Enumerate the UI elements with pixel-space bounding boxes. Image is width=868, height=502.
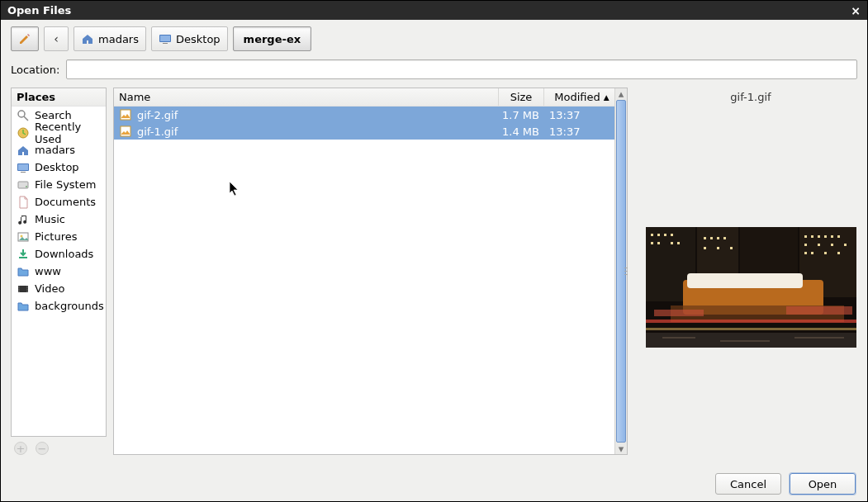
doc-icon xyxy=(17,196,30,209)
scroll-up-icon[interactable]: ▴ xyxy=(615,88,627,99)
svg-rect-42 xyxy=(710,237,713,239)
places-item[interactable]: Recently Used xyxy=(12,124,106,141)
places-item-label: Documents xyxy=(35,196,96,208)
svg-rect-27 xyxy=(624,274,628,275)
breadcrumb-desktop[interactable]: Desktop xyxy=(151,26,228,51)
svg-rect-58 xyxy=(804,252,807,254)
edit-path-button[interactable] xyxy=(11,26,39,51)
svg-rect-35 xyxy=(664,234,666,236)
places-item[interactable]: www xyxy=(12,263,106,280)
places-item-label: Recently Used xyxy=(35,121,101,145)
svg-rect-34 xyxy=(657,234,660,236)
folder-icon xyxy=(17,265,30,278)
svg-rect-65 xyxy=(646,320,856,323)
svg-rect-68 xyxy=(786,306,852,315)
preview-filename: gif-1.gif xyxy=(730,91,771,103)
search-icon xyxy=(17,109,30,122)
svg-rect-66 xyxy=(646,328,856,330)
places-item[interactable]: backgrounds xyxy=(12,297,106,315)
file-name: gif-1.gif xyxy=(137,126,178,138)
places-item[interactable]: File System xyxy=(12,176,106,193)
panel-resize-grip[interactable] xyxy=(624,259,628,284)
places-item-label: Downloads xyxy=(35,248,93,260)
pictures-icon xyxy=(17,230,30,244)
places-item-label: Video xyxy=(35,282,64,295)
svg-rect-52 xyxy=(831,235,833,238)
svg-rect-57 xyxy=(844,244,847,246)
recent-icon xyxy=(17,126,30,140)
places-item[interactable]: Documents xyxy=(12,193,106,211)
svg-rect-45 xyxy=(704,247,706,249)
file-row[interactable]: gif-1.gif 1.4 MB 13:37 xyxy=(114,123,614,140)
desktop-icon xyxy=(17,161,30,174)
open-button[interactable]: Open xyxy=(790,473,856,495)
location-input[interactable] xyxy=(66,59,857,79)
svg-point-10 xyxy=(26,186,27,187)
home-icon xyxy=(81,32,94,45)
breadcrumb-madars[interactable]: madars xyxy=(74,26,146,51)
chevron-left-icon: ‹ xyxy=(54,32,59,45)
svg-rect-48 xyxy=(804,235,807,238)
svg-rect-17 xyxy=(19,287,20,287)
svg-rect-20 xyxy=(27,287,28,287)
svg-rect-51 xyxy=(824,235,827,238)
sort-asc-icon: ▲ xyxy=(604,93,609,102)
music-icon xyxy=(17,213,30,226)
places-item-label: www xyxy=(35,265,61,277)
close-icon[interactable]: × xyxy=(851,4,861,17)
breadcrumb-toolbar: ‹ madars Desktop merge-ex xyxy=(1,20,867,54)
svg-rect-25 xyxy=(624,268,628,268)
file-modified: 13:37 xyxy=(544,126,614,138)
preview-panel: gif-1.gif xyxy=(634,88,857,455)
image-file-icon xyxy=(119,108,132,121)
svg-rect-53 xyxy=(837,235,840,238)
file-size: 1.4 MB xyxy=(499,126,544,138)
home-icon xyxy=(17,144,30,157)
svg-rect-46 xyxy=(717,247,719,249)
image-file-icon xyxy=(119,125,132,138)
location-label: Location: xyxy=(11,64,59,76)
download-icon xyxy=(17,248,30,261)
places-item[interactable]: Music xyxy=(12,211,106,228)
svg-rect-7 xyxy=(18,164,28,170)
column-name[interactable]: Name xyxy=(114,88,499,106)
svg-rect-36 xyxy=(671,234,673,236)
svg-rect-19 xyxy=(19,290,20,291)
svg-rect-26 xyxy=(624,271,628,272)
svg-rect-60 xyxy=(824,252,827,254)
breadcrumb-label: Desktop xyxy=(176,33,221,45)
column-size[interactable]: Size xyxy=(499,88,544,106)
dialog-buttons: Cancel Open xyxy=(715,473,856,495)
files-panel: Name Size Modified ▲ gif-2.gif 1.7 MB 13… xyxy=(113,88,628,455)
files-body[interactable]: gif-2.gif 1.7 MB 13:37 gif-1.gif 1.4 MB … xyxy=(114,107,614,454)
files-header: Name Size Modified ▲ xyxy=(114,88,614,107)
places-item-label: backgrounds xyxy=(35,300,104,312)
svg-rect-37 xyxy=(651,242,653,244)
remove-place-button[interactable]: − xyxy=(36,442,49,455)
back-button[interactable]: ‹ xyxy=(44,26,69,51)
svg-line-4 xyxy=(24,116,28,121)
svg-rect-55 xyxy=(818,244,820,246)
places-item[interactable]: Downloads xyxy=(12,245,106,263)
places-item-label: madars xyxy=(35,144,75,156)
svg-rect-2 xyxy=(163,43,168,44)
svg-rect-61 xyxy=(837,252,840,254)
places-item[interactable]: Video xyxy=(12,280,106,297)
pencil-icon xyxy=(18,32,31,45)
file-row[interactable]: gif-2.gif 1.7 MB 13:37 xyxy=(114,107,614,123)
scroll-down-icon[interactable]: ▾ xyxy=(615,443,627,454)
cancel-button[interactable]: Cancel xyxy=(715,473,781,495)
svg-rect-39 xyxy=(671,242,673,244)
places-item[interactable]: Pictures xyxy=(12,228,106,245)
add-place-button[interactable]: + xyxy=(14,442,27,455)
breadcrumb-label: madars xyxy=(98,33,139,45)
column-modified[interactable]: Modified ▲ xyxy=(544,88,614,106)
places-item[interactable]: Desktop xyxy=(12,159,106,176)
titlebar: Open Files × xyxy=(1,1,867,20)
svg-rect-56 xyxy=(831,244,833,246)
location-row: Location: xyxy=(1,54,867,88)
svg-rect-8 xyxy=(21,172,26,173)
svg-rect-47 xyxy=(730,247,733,249)
svg-rect-63 xyxy=(687,273,803,288)
breadcrumb-current[interactable]: merge-ex xyxy=(233,26,312,51)
